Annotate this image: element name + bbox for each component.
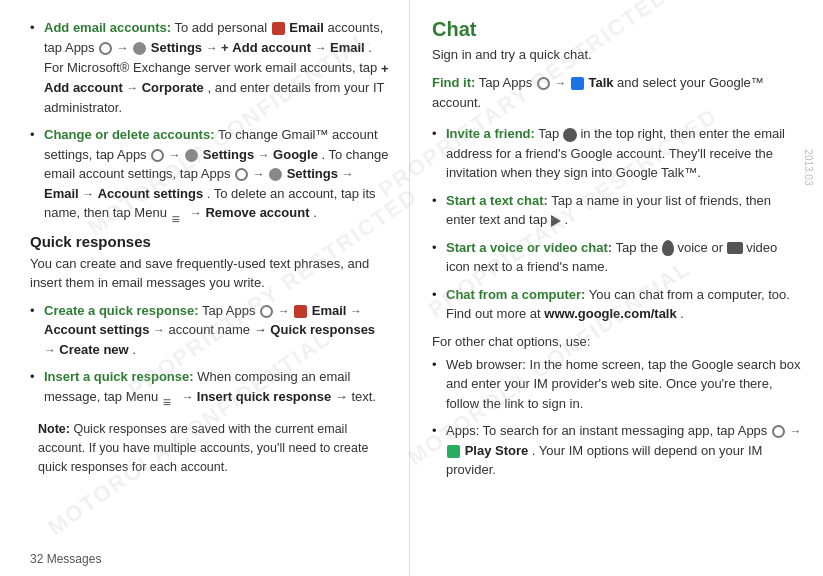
right-column: Chat Sign in and try a quick chat. Find … bbox=[410, 0, 823, 576]
note-text: Quick responses are saved with the curre… bbox=[38, 422, 368, 474]
play-store-bold: Play Store bbox=[465, 443, 529, 458]
remove-account-bold: Remove account bbox=[205, 205, 309, 220]
footer-section: Messages bbox=[47, 552, 102, 566]
menu-icon-2 bbox=[163, 392, 177, 402]
email-icon bbox=[272, 22, 285, 35]
voice-video-text2: voice or bbox=[677, 240, 726, 255]
other-options-list: Web browser: In the home screen, tap the… bbox=[432, 355, 803, 480]
change-delete-label: Change or delete accounts: bbox=[44, 127, 214, 142]
settings-icon-3 bbox=[269, 168, 282, 181]
account-name-text: account name → bbox=[168, 322, 270, 337]
page-footer: 32 Messages bbox=[30, 552, 101, 566]
arrow-3: → bbox=[315, 41, 330, 55]
settings-icon-2 bbox=[185, 149, 198, 162]
email-icon-2 bbox=[294, 305, 307, 318]
chat-link: www.google.com/talk bbox=[544, 306, 676, 321]
corporate-bold: Corporate bbox=[142, 80, 204, 95]
apps-icon-3 bbox=[235, 168, 248, 181]
apps-icon-5 bbox=[537, 77, 550, 90]
insert-qr-label: Insert a quick response: bbox=[44, 369, 194, 384]
arrow-5: → bbox=[169, 148, 184, 162]
note-label: Note: bbox=[38, 422, 70, 436]
email-bullet-list: Add email accounts: To add personal Emai… bbox=[30, 18, 389, 223]
period-2: . bbox=[132, 342, 136, 357]
arrow-4: → bbox=[126, 81, 141, 95]
add-email-text1: To add personal bbox=[175, 20, 271, 35]
page-number: 32 bbox=[30, 552, 43, 566]
add-email-accounts-item: Add email accounts: To add personal Emai… bbox=[30, 18, 389, 117]
person-icon bbox=[563, 128, 577, 142]
email-bold-1: Email bbox=[330, 40, 365, 55]
create-qr-text1: Tap Apps bbox=[202, 303, 259, 318]
google-bold: Google bbox=[273, 147, 318, 162]
find-it-text: Find it: Tap Apps → Talk and select your… bbox=[432, 73, 803, 115]
arrow-14: → bbox=[44, 343, 59, 357]
arrow-12: → bbox=[350, 304, 362, 318]
plus-icon-2: + bbox=[381, 59, 389, 79]
find-it-label: Find it: bbox=[432, 75, 475, 90]
voice-video-text1: Tap the bbox=[616, 240, 662, 255]
play-store-icon bbox=[447, 445, 460, 458]
quick-responses-section: Quick responses You can create and save … bbox=[30, 233, 389, 483]
talk-bold: Talk bbox=[588, 75, 613, 90]
arrow-15: → bbox=[181, 390, 196, 404]
arrow-1: → bbox=[117, 41, 132, 55]
date-stamp: 2013.03 bbox=[803, 149, 814, 185]
insert-qr-text2: → text. bbox=[335, 389, 376, 404]
plus-icon-1: + bbox=[221, 38, 229, 58]
arrow-7: → bbox=[253, 167, 268, 181]
quick-response-list: Create a quick response: Tap Apps → Emai… bbox=[30, 301, 389, 407]
quick-responses-bold: Quick responses bbox=[270, 322, 375, 337]
create-qr-label: Create a quick response: bbox=[44, 303, 199, 318]
note-block: Note: Quick responses are saved with the… bbox=[30, 414, 389, 482]
settings-bold-3: Settings bbox=[287, 166, 338, 181]
send-icon bbox=[551, 215, 561, 227]
change-delete-item: Change or delete accounts: To change Gma… bbox=[30, 125, 389, 223]
arrow-9: → bbox=[82, 187, 97, 201]
add-email-bold2: Email bbox=[289, 20, 324, 35]
chat-from-text2: . bbox=[680, 306, 684, 321]
apps-icon-2 bbox=[151, 149, 164, 162]
invite-friend-label: Invite a friend: bbox=[446, 126, 535, 141]
period-1: . bbox=[313, 205, 317, 220]
quick-responses-heading: Quick responses bbox=[30, 233, 389, 250]
video-icon bbox=[727, 242, 743, 254]
start-voice-video-label: Start a voice or video chat: bbox=[446, 240, 612, 255]
menu-icon-1 bbox=[171, 209, 185, 219]
find-it-text1: Tap Apps bbox=[479, 75, 536, 90]
apps-text1: Apps: To search for an instant messaging… bbox=[446, 423, 771, 438]
web-browser-text: Web browser: In the home screen, tap the… bbox=[446, 357, 801, 411]
add-account-bold-1: Add account bbox=[232, 40, 311, 55]
add-account-bold-2: Add account bbox=[44, 80, 123, 95]
arrow-13: → bbox=[153, 323, 168, 337]
settings-bold-2: Settings bbox=[203, 147, 254, 162]
invite-text1: Tap bbox=[538, 126, 563, 141]
apps-item: Apps: To search for an instant messaging… bbox=[432, 421, 803, 480]
chat-bullet-list: Invite a friend: Tap in the top right, t… bbox=[432, 124, 803, 324]
left-column: Add email accounts: To add personal Emai… bbox=[0, 0, 410, 576]
email-bold-2: Email bbox=[44, 186, 79, 201]
insert-quick-response-item: Insert a quick response: When composing … bbox=[30, 367, 389, 406]
mic-icon bbox=[662, 240, 674, 256]
start-text-chat-label: Start a text chat: bbox=[446, 193, 548, 208]
account-settings-bold: Account settings bbox=[98, 186, 203, 201]
arrow-2: → bbox=[206, 41, 221, 55]
web-browser-item: Web browser: In the home screen, tap the… bbox=[432, 355, 803, 414]
page-container: Add email accounts: To add personal Emai… bbox=[0, 0, 823, 576]
create-quick-response-item: Create a quick response: Tap Apps → Emai… bbox=[30, 301, 389, 360]
email-bold-3: Email bbox=[312, 303, 347, 318]
start-text-chat-item: Start a text chat: Tap a name in your li… bbox=[432, 191, 803, 230]
invite-friend-item: Invite a friend: Tap in the top right, t… bbox=[432, 124, 803, 183]
arrow-10: → bbox=[190, 206, 205, 220]
start-voice-video-item: Start a voice or video chat: Tap the voi… bbox=[432, 238, 803, 277]
chat-from-label: Chat from a computer: bbox=[446, 287, 585, 302]
chat-from-computer-item: Chat from a computer: You can chat from … bbox=[432, 285, 803, 324]
other-options-label: For other chat options, use: bbox=[432, 334, 803, 349]
arrow-6: → bbox=[258, 148, 273, 162]
arrow-11: → bbox=[278, 304, 293, 318]
chat-intro: Sign in and try a quick chat. bbox=[432, 45, 803, 65]
apps-icon-4 bbox=[260, 305, 273, 318]
start-text-chat-text2: . bbox=[564, 212, 568, 227]
settings-bold-1: Settings bbox=[151, 40, 202, 55]
arrow-16: → bbox=[554, 76, 569, 90]
